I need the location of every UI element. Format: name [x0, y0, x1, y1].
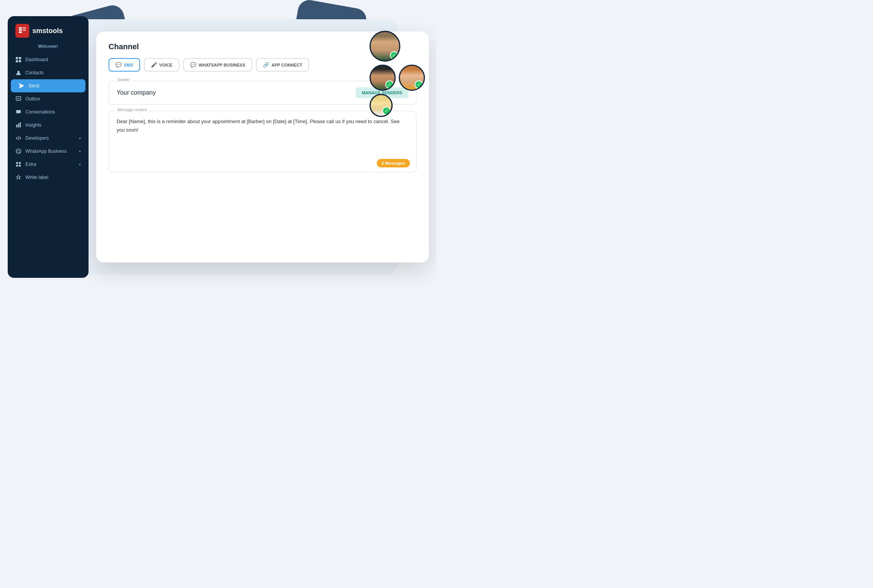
- conversations-icon: [15, 109, 22, 115]
- voice-tab-icon: 🎤: [151, 62, 157, 68]
- sms-tab-label: SMS: [124, 63, 133, 67]
- svg-rect-7: [16, 60, 18, 62]
- svg-rect-12: [16, 125, 17, 127]
- extra-chevron: ▾: [79, 162, 81, 167]
- connect-tab-icon: 🔗: [263, 62, 269, 68]
- logo-text: smstools: [32, 27, 63, 35]
- svg-rect-19: [19, 165, 21, 167]
- logo-area: smstools: [8, 24, 89, 44]
- svg-rect-8: [19, 60, 21, 62]
- developers-label: Developers: [25, 135, 75, 141]
- conversations-label: Conversations: [25, 109, 81, 115]
- connect-tab-label: APP CONNECT: [271, 63, 302, 67]
- sidebar: smstools Welcome! Dashboard: [8, 16, 89, 278]
- whitelabel-icon: [15, 174, 22, 180]
- sidebar-item-extra[interactable]: Extra ▾: [8, 158, 89, 171]
- insights-label: Insights: [25, 122, 81, 128]
- messages-badge: 2 Messages: [377, 159, 410, 167]
- outbox-label: Outbox: [25, 96, 81, 102]
- sidebar-item-developers[interactable]: Developers ▾: [8, 132, 89, 145]
- svg-rect-4: [23, 29, 26, 31]
- contacts-icon: [15, 70, 22, 76]
- sidebar-item-whatsapp[interactable]: WhatsApp Business ▾: [8, 145, 89, 158]
- sender-label: Sender: [115, 78, 132, 82]
- svg-rect-0: [19, 27, 22, 29]
- svg-rect-14: [20, 122, 21, 127]
- svg-rect-5: [16, 57, 18, 59]
- avatar-3-check: ✓: [415, 80, 423, 89]
- logo-text-light: sms: [32, 27, 46, 35]
- svg-rect-13: [18, 124, 19, 127]
- outbox-icon: [15, 96, 22, 102]
- svg-rect-3: [23, 27, 26, 29]
- sms-tab-icon: 💬: [115, 62, 122, 68]
- avatar-1-check: ✓: [390, 51, 398, 60]
- send-icon: [18, 83, 25, 89]
- whatsapp-chevron: ▾: [79, 149, 81, 154]
- extra-label: Extra: [25, 162, 75, 167]
- avatar-1: ✓: [370, 31, 400, 62]
- logo-text-bold: tools: [46, 27, 63, 35]
- send-label: Send: [28, 83, 78, 89]
- developers-chevron: ▾: [79, 136, 81, 140]
- whatsapp-tab-label: WHATSAPP BUSINESS: [199, 63, 245, 67]
- svg-rect-17: [19, 162, 21, 164]
- sender-row: Your company MANAGE SENDERS: [117, 87, 408, 98]
- svg-point-15: [16, 149, 21, 154]
- avatar-4: ✓: [370, 94, 393, 117]
- avatar-row: ✓ ✓: [370, 65, 425, 91]
- whatsapp-tab-icon: 💬: [190, 62, 196, 68]
- svg-marker-10: [19, 83, 24, 89]
- contacts-label: Contacts: [25, 70, 81, 75]
- sidebar-item-outbox[interactable]: Outbox: [8, 92, 89, 105]
- logo-icon: [15, 24, 29, 38]
- message-section: Message content Dear [Name], this is a r…: [109, 111, 416, 172]
- dashboard-label: Dashboard: [25, 57, 81, 62]
- svg-rect-18: [16, 165, 18, 167]
- svg-rect-1: [19, 29, 22, 31]
- outer-container: smstools Welcome! Dashboard: [0, 0, 436, 294]
- sidebar-item-insights[interactable]: Insights: [8, 119, 89, 132]
- svg-rect-6: [19, 57, 21, 59]
- message-content-text: Dear [Name], this is a reminder about yo…: [117, 117, 408, 134]
- tab-whatsapp-business[interactable]: 💬 WHATSAPP BUSINESS: [183, 58, 252, 72]
- tab-sms[interactable]: 💬 SMS: [109, 58, 140, 72]
- voice-tab-label: VOICE: [159, 63, 172, 67]
- tab-app-connect[interactable]: 🔗 APP CONNECT: [256, 58, 309, 72]
- insights-icon: [15, 122, 22, 128]
- avatars-column: ✓ ✓ ✓ ✓: [370, 31, 425, 117]
- sidebar-item-whitelabel[interactable]: White label: [8, 171, 89, 184]
- sidebar-item-contacts[interactable]: Contacts: [8, 66, 89, 79]
- svg-rect-2: [19, 32, 22, 33]
- extra-icon: [15, 161, 22, 167]
- avatar-4-check: ✓: [382, 107, 391, 115]
- svg-rect-16: [16, 162, 18, 164]
- whatsapp-label: WhatsApp Business: [25, 149, 75, 154]
- tab-voice[interactable]: 🎤 VOICE: [144, 58, 179, 72]
- whitelabel-label: White label: [25, 175, 81, 180]
- welcome-label: Welcome!: [8, 44, 89, 53]
- message-content-label: Message content: [115, 108, 149, 112]
- sidebar-item-dashboard[interactable]: Dashboard: [8, 53, 89, 66]
- avatar-3: ✓: [399, 65, 425, 91]
- sender-value: Your company: [117, 89, 156, 96]
- developers-icon: [15, 135, 22, 141]
- avatar-2: ✓: [370, 65, 396, 91]
- panel-wrapper: smstools Welcome! Dashboard: [0, 0, 436, 294]
- grid-icon: [15, 57, 22, 63]
- avatar-2-check: ✓: [385, 80, 394, 89]
- sidebar-item-send[interactable]: Send: [11, 79, 85, 92]
- sidebar-item-conversations[interactable]: Conversations: [8, 105, 89, 119]
- whatsapp-icon: [15, 148, 22, 154]
